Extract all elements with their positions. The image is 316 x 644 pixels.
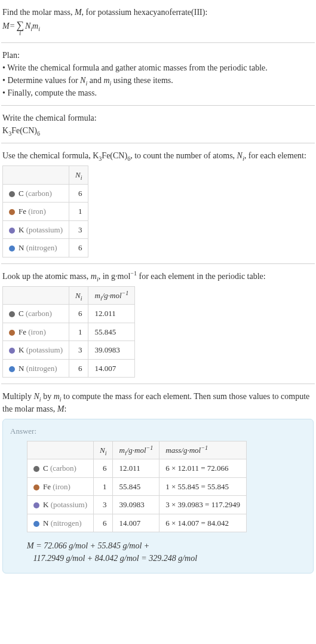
table-row: K (potassium) 3 39.0983 3 × 39.0983 = 11… bbox=[27, 496, 247, 514]
table-header-n: Ni bbox=[69, 286, 88, 305]
chemical-formula: K3Fe(CN)6 bbox=[2, 124, 314, 137]
divider bbox=[1, 143, 315, 143]
atomic-mass-table: Ni mi/g·mol−1 C (carbon) 6 12.011 Fe (ir… bbox=[2, 286, 135, 378]
table-row: Fe (iron) 1 55.845 bbox=[3, 323, 135, 341]
lookup-mass-section: Look up the atomic mass, mi, in g·mol−1 … bbox=[1, 266, 315, 382]
element-swatch bbox=[9, 366, 15, 372]
element-swatch bbox=[9, 209, 15, 215]
problem-text: Find the molar mass, M, for potassium he… bbox=[2, 6, 314, 19]
plan-item: • Determine values for Ni and mi using t… bbox=[2, 74, 314, 87]
final-calculation: M = 72.066 g/mol + 55.845 g/mol + 117.29… bbox=[27, 539, 306, 565]
table-header-row: Ni mi/g·mol−1 mass/g·mol−1 bbox=[27, 441, 247, 459]
table-row: N (nitrogen) 6 14.007 6 × 14.007 = 84.04… bbox=[27, 514, 247, 532]
element-swatch bbox=[9, 330, 15, 336]
element-swatch bbox=[9, 246, 15, 252]
table-header-mass: mass/g·mol−1 bbox=[159, 441, 247, 459]
plan-item: • Write the chemical formula and gather … bbox=[2, 62, 314, 74]
table-header-m: mi/g·mol−1 bbox=[113, 441, 159, 459]
table-header-empty bbox=[3, 166, 69, 185]
table-header-n: Ni bbox=[69, 166, 88, 185]
table-header-row: Ni bbox=[3, 166, 88, 185]
table-row: C (carbon) 6 12.011 bbox=[3, 305, 135, 323]
multiply-text: Multiply Ni by mi to compute the mass fo… bbox=[2, 390, 314, 415]
table-row: Fe (iron) 1 55.845 1 × 55.845 = 55.845 bbox=[27, 477, 247, 496]
divider bbox=[1, 42, 315, 43]
answer-label: Answer: bbox=[10, 425, 306, 437]
element-swatch bbox=[9, 348, 15, 354]
element-swatch bbox=[33, 466, 39, 472]
answer-box: Answer: Ni mi/g·mol−1 mass/g·mol−1 C (ca… bbox=[2, 419, 314, 574]
molar-mass-formula: M = ∑ i Nimi bbox=[2, 20, 314, 36]
plan-item: • Finally, compute the mass. bbox=[2, 87, 314, 99]
element-swatch bbox=[33, 484, 39, 490]
table-row: N (nitrogen) 6 14.007 bbox=[3, 359, 135, 378]
element-swatch bbox=[33, 521, 39, 527]
plan-section: Plan: • Write the chemical formula and g… bbox=[1, 45, 315, 103]
table-header-n: Ni bbox=[94, 441, 113, 459]
write-formula-heading: Write the chemical formula: bbox=[2, 112, 314, 124]
count-atoms-text: Use the chemical formula, K3Fe(CN)6, to … bbox=[2, 149, 314, 162]
divider bbox=[1, 105, 315, 106]
problem-statement: Find the molar mass, M, for potassium he… bbox=[1, 2, 315, 40]
element-swatch bbox=[9, 311, 15, 317]
divider bbox=[1, 384, 315, 384]
element-swatch bbox=[9, 228, 15, 234]
lookup-mass-text: Look up the atomic mass, mi, in g·mol−1 … bbox=[2, 270, 314, 283]
table-header-empty bbox=[3, 286, 69, 305]
count-atoms-section: Use the chemical formula, K3Fe(CN)6, to … bbox=[1, 146, 315, 261]
table-row: K (potassium) 3 bbox=[3, 220, 88, 239]
table-row: Fe (iron) 1 bbox=[3, 203, 88, 221]
write-formula-section: Write the chemical formula: K3Fe(CN)6 bbox=[1, 108, 315, 140]
table-row: C (carbon) 6 bbox=[3, 184, 88, 203]
table-row: N (nitrogen) 6 bbox=[3, 239, 88, 257]
divider bbox=[1, 263, 315, 264]
element-swatch bbox=[9, 191, 15, 197]
table-row: K (potassium) 3 39.0983 bbox=[3, 341, 135, 360]
plan-heading: Plan: bbox=[2, 49, 314, 62]
table-header-empty bbox=[27, 441, 94, 459]
table-row: C (carbon) 6 12.011 6 × 12.011 = 72.066 bbox=[27, 459, 247, 478]
sigma-symbol: ∑ i bbox=[16, 20, 24, 36]
element-swatch bbox=[33, 502, 39, 508]
atom-count-table: Ni C (carbon) 6 Fe (iron) 1 K (potassium… bbox=[2, 165, 88, 257]
multiply-section: Multiply Ni by mi to compute the mass fo… bbox=[1, 387, 315, 577]
table-header-m: mi/g·mol−1 bbox=[88, 286, 135, 305]
table-header-row: Ni mi/g·mol−1 bbox=[3, 286, 135, 305]
answer-table: Ni mi/g·mol−1 mass/g·mol−1 C (carbon) 6 … bbox=[27, 441, 247, 533]
